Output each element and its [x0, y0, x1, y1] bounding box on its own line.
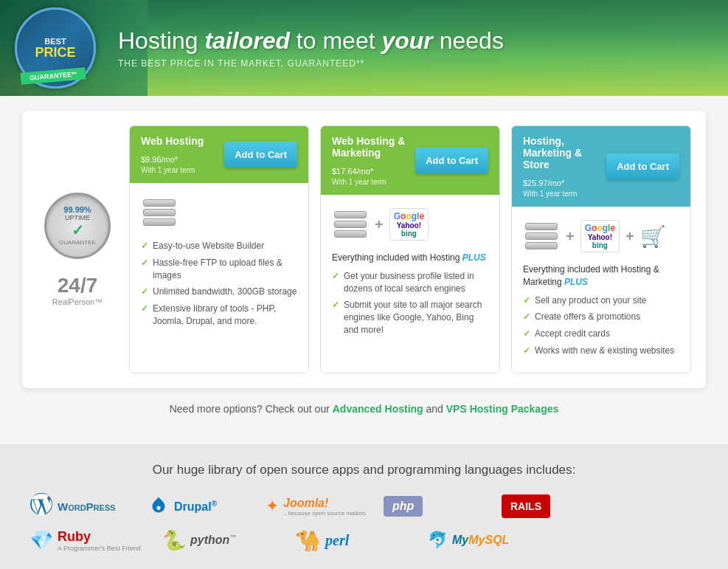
server-disk-2	[525, 232, 558, 240]
oss-section-title: Our huge library of open source apps and…	[30, 463, 698, 477]
plan-features-marketing: Get your business profile listed in doze…	[332, 270, 488, 337]
joomla-label: Joomla!	[283, 497, 328, 509]
plan-header-marketing: Web Hosting & Marketing $17.64/mo* With …	[321, 126, 499, 195]
plan-term: With 1 year term	[332, 178, 415, 186]
plan-features-store: Sell any product on your site Create off…	[523, 294, 679, 357]
add-to-cart-button-store[interactable]: Add to Cart	[606, 154, 679, 179]
feature-item: Create offers & promotions	[523, 311, 679, 323]
feature-item: Works with new & existing websites	[523, 345, 679, 357]
feature-item: Extensive library of tools - PHP, Joomla…	[141, 303, 297, 328]
feature-item: Submit your site to all major search eng…	[332, 299, 488, 336]
mysql-logo: 🐬 MyMySQL	[428, 531, 546, 550]
server-disk-3	[525, 242, 558, 249]
plan-card-store: Hosting, Marketing & Store $25.97/mo* Wi…	[511, 125, 691, 373]
plans-section: 99.99% UPTIME ✓ GUARANTEE 24/7 RealPerso…	[22, 111, 706, 388]
support-badge: 24/7 RealPerson™	[52, 274, 103, 306]
sub-headline: THE BEST PRICE IN THE MARKET, GUARANTEED…	[118, 58, 504, 69]
price-value: $17.64	[332, 167, 357, 176]
plan-header-info: Hosting, Marketing & Store $25.97/mo* Wi…	[523, 135, 606, 198]
server-disk-1	[525, 223, 558, 230]
feature-item: Accept credit cards	[523, 328, 679, 340]
bing-logo: bing	[585, 241, 615, 249]
yahoo-logo: Yahoo!	[585, 233, 615, 241]
feature-item: Sell any product on your site	[523, 294, 679, 307]
plan-term: With 1 year term	[523, 190, 606, 198]
main-headline: Hosting tailored to meet your needs	[118, 27, 504, 55]
ruby-sublabel: A Programmer's Best Friend	[58, 545, 141, 552]
ruby-icon: 💎	[30, 529, 53, 552]
plus-link[interactable]: PLUS	[462, 252, 486, 263]
price-value: $9.96	[141, 155, 162, 164]
server-icon	[141, 194, 178, 231]
feature-item: Unlimited bandwidth, 300GB storage	[141, 286, 297, 298]
plus-icon: +	[375, 216, 384, 233]
plan-features-web-hosting: Easy-to-use Website Builder Hassle-free …	[141, 240, 297, 328]
headline-part1: Hosting	[118, 27, 204, 54]
plan-icon-area	[141, 194, 297, 231]
drupal-label: Drupal®	[174, 500, 217, 514]
plus-icon-2: +	[625, 228, 634, 245]
feature-item: Hassle-free FTP to upload files & images	[141, 257, 297, 282]
headline-part2: to meet	[290, 27, 382, 54]
and-text: and	[426, 403, 446, 415]
add-to-cart-button-marketing[interactable]: Add to Cart	[415, 148, 488, 173]
price-suffix: /mo*	[162, 155, 178, 164]
plan-body-marketing: + Google Yahoo! bing Everything included…	[321, 195, 499, 352]
google-logo: Google	[585, 223, 615, 233]
mysql-label: MyMySQL	[452, 534, 509, 547]
plan-card-marketing: Web Hosting & Marketing $17.64/mo* With …	[320, 125, 500, 373]
yahoo-logo: Yahoo!	[394, 221, 424, 230]
server-disk-2	[334, 221, 367, 228]
more-options: Need more options? Check out our Advance…	[22, 388, 706, 430]
best-price-badge: BEST PRICE GUARANTEE**	[15, 7, 96, 89]
header-banner: BEST PRICE GUARANTEE** Hosting tailored …	[0, 0, 728, 96]
bing-logo: bing	[394, 230, 424, 238]
add-to-cart-button-web-hosting[interactable]: Add to Cart	[224, 142, 297, 168]
plus-link[interactable]: PLUS	[564, 277, 588, 287]
joomla-sub: ...because open source matters	[283, 510, 366, 517]
plan-header-info: Web Hosting & Marketing $17.64/mo* With …	[332, 135, 415, 186]
drupal-logo: Drupal®	[148, 495, 251, 517]
plan-price: $25.97/mo*	[523, 173, 606, 190]
support-label: RealPerson™	[52, 297, 103, 306]
server-disk-1	[143, 199, 176, 207]
wordpress-label: WordPress	[58, 500, 116, 513]
price-value: $25.97	[523, 179, 548, 187]
plan-icon-area: + Google Yahoo! bing + 🛒	[523, 218, 679, 255]
ruby-text-block: Ruby A Programmer's Best Friend	[58, 529, 141, 552]
plan-header-info: Web Hosting $9.96/mo* With 1 year term	[141, 135, 224, 174]
advanced-hosting-link[interactable]: Advanced Hosting	[333, 403, 423, 415]
wordpress-logo: WordPress	[30, 492, 133, 521]
joomla-text-block: Joomla! ...because open source matters	[283, 497, 366, 517]
perl-icon: 🐪	[295, 528, 321, 553]
php-label: php	[384, 496, 423, 517]
more-options-prefix: Need more options? Check out our	[170, 403, 333, 415]
search-engines-logos: Google Yahoo! bing	[580, 220, 620, 252]
plan-header-web-hosting: Web Hosting $9.96/mo* With 1 year term A…	[130, 126, 308, 183]
price-suffix: /mo*	[548, 179, 565, 187]
main-content: 99.99% UPTIME ✓ GUARANTEE 24/7 RealPerso…	[0, 96, 728, 444]
php-logo: php	[384, 496, 487, 517]
headline-part3: needs	[433, 27, 504, 54]
uptime-percent: 99.99%	[63, 205, 91, 214]
plan-name: Hosting, Marketing & Store	[523, 135, 606, 170]
support-hours: 24/7	[52, 274, 103, 297]
ruby-logo: 💎 Ruby A Programmer's Best Friend	[30, 529, 148, 552]
oss-section: Our huge library of open source apps and…	[0, 444, 728, 569]
python-label: python™	[190, 534, 236, 547]
plan-price: $17.64/mo*	[332, 161, 415, 178]
vps-hosting-link[interactable]: VPS Hosting Packages	[446, 403, 559, 415]
search-engines-logos: Google Yahoo! bing	[389, 208, 429, 241]
header-text: Hosting tailored to meet your needs THE …	[118, 27, 504, 69]
plan-desc: Everything included with Hosting & Marke…	[523, 263, 679, 289]
feature-item: Get your business profile listed in doze…	[332, 270, 488, 295]
plan-body-store: + Google Yahoo! bing + 🛒 Ever	[512, 207, 690, 373]
python-icon: 🐍	[162, 529, 186, 552]
plan-body-web-hosting: Easy-to-use Website Builder Hassle-free …	[130, 183, 308, 343]
perl-label: perl	[325, 532, 349, 549]
ruby-label: Ruby	[58, 529, 91, 544]
server-disk-2	[143, 209, 176, 216]
plan-price: $9.96/mo*	[141, 149, 224, 166]
rails-logo: RAILS	[502, 494, 605, 518]
uptime-badge: 99.99% UPTIME ✓ GUARANTEE	[44, 193, 111, 259]
